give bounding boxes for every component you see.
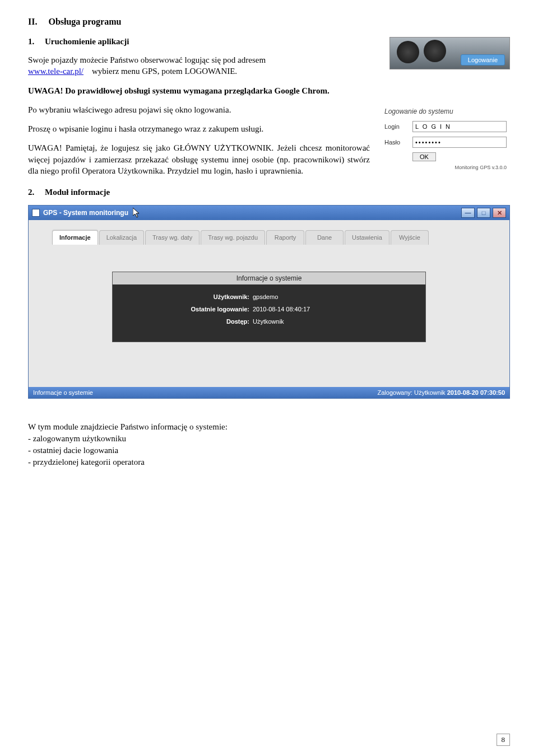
footer-intro: W tym module znajdziecie Państwo informa… xyxy=(28,421,510,433)
panel-title: Informacje o systemie xyxy=(113,272,425,284)
tab-informacje[interactable]: Informacje xyxy=(52,230,98,245)
info-panel: Informacje o systemie Użytkownik: gpsdem… xyxy=(112,272,426,342)
password-input[interactable] xyxy=(412,137,507,148)
subsection-heading: 1. Uruchomienie aplikacji xyxy=(28,37,378,46)
maximize-button[interactable]: □ xyxy=(477,208,490,218)
paragraph: Proszę o wpisanie loginu i hasła otrzyma… xyxy=(28,123,370,134)
subsection-number: 1. xyxy=(28,37,34,46)
login-form: Logowanie do systemu Login Hasło OK Moni… xyxy=(381,104,510,172)
footer-item: - przydzielonej kategorii operatora xyxy=(28,456,510,468)
titlebar: GPS - System monitoringu — □ ✕ xyxy=(29,206,509,220)
tab-wyjscie[interactable]: Wyjście xyxy=(391,230,429,245)
svg-marker-0 xyxy=(133,208,139,217)
tab-lokalizacja[interactable]: Lokalizacja xyxy=(99,230,144,245)
subsection-title: Uruchomienie aplikacji xyxy=(45,37,129,46)
info-label: Użytkownik: xyxy=(113,293,253,300)
tab-trasy-daty[interactable]: Trasy wg. daty xyxy=(145,230,200,245)
paragraph: UWAGA! Pamiętaj, że logujesz się jako GŁ… xyxy=(28,142,370,176)
info-row-user: Użytkownik: gpsdemo xyxy=(113,293,425,300)
footer-item: - ostatniej dacie logowania xyxy=(28,445,510,456)
subsection-heading: 2. Moduł informacje xyxy=(28,188,510,197)
tab-trasy-pojazdu[interactable]: Trasy wg. pojazdu xyxy=(201,230,265,245)
status-right: Zalogowany: Użytkownik 2010-08-20 07:30:… xyxy=(378,389,505,396)
cursor-icon xyxy=(133,208,141,218)
footer-item: - zalogowanym użytkowniku xyxy=(28,433,510,445)
info-value: gpsdemo xyxy=(253,293,278,300)
section-title: Obsługa programu xyxy=(48,17,121,26)
page-number: 8 xyxy=(497,734,511,746)
tab-dane[interactable]: Dane xyxy=(305,230,344,245)
app-window: GPS - System monitoringu — □ ✕ Informacj… xyxy=(28,205,510,399)
tab-bar: Informacje Lokalizacja Trasy wg. daty Tr… xyxy=(52,230,503,245)
paragraph: Swoje pojazdy możecie Państwo obserwować… xyxy=(28,54,378,77)
status-time: 2010-08-20 07:30:50 xyxy=(447,389,505,396)
footer-text: W tym module znajdziecie Państwo informa… xyxy=(28,421,510,468)
section-heading: II. Obsługa programu xyxy=(28,17,510,27)
status-label: Zalogowany: xyxy=(378,389,412,396)
window-title: GPS - System monitoringu xyxy=(43,209,128,217)
tab-ustawienia[interactable]: Ustawienia xyxy=(345,230,389,245)
info-label: Ostatnie logowanie: xyxy=(113,306,253,312)
text: wybierz menu GPS, potem LOGOWANIE. xyxy=(92,67,237,76)
minimize-button[interactable]: — xyxy=(461,208,475,218)
warning-paragraph: UWAGA! Do prawidłowej obsługi systemu wy… xyxy=(28,85,510,96)
banner-login-button[interactable]: Logowanie xyxy=(461,54,505,66)
version-text: Monitoring GPS v.3.0.0 xyxy=(384,165,507,170)
tab-raporty[interactable]: Raporty xyxy=(266,230,304,245)
login-label: Login xyxy=(384,123,412,130)
info-row-access: Dostęp: Użytkownik xyxy=(113,318,425,325)
login-title: Logowanie do systemu xyxy=(384,108,507,115)
subsection-title: Moduł informacje xyxy=(45,188,110,197)
section-number: II. xyxy=(28,17,37,26)
app-icon xyxy=(32,209,40,217)
password-label: Hasło xyxy=(384,139,412,146)
info-row-last-login: Ostatnie logowanie: 2010-08-14 08:40:17 xyxy=(113,306,425,312)
website-link[interactable]: www.tele-car.pl/ xyxy=(28,67,84,76)
info-value: 2010-08-14 08:40:17 xyxy=(253,306,310,312)
ok-button[interactable]: OK xyxy=(412,152,436,161)
login-input[interactable] xyxy=(412,121,507,132)
info-label: Dostęp: xyxy=(113,318,253,325)
banner-image: Logowanie xyxy=(389,37,510,69)
status-bar: Informacje o systemie Zalogowany: Użytko… xyxy=(29,387,509,398)
close-button[interactable]: ✕ xyxy=(493,208,506,218)
text: Swoje pojazdy możecie Państwo obserwować… xyxy=(28,55,266,64)
status-left: Informacje o systemie xyxy=(33,389,378,396)
subsection-number: 2. xyxy=(28,188,34,197)
paragraph: Po wybraniu właściwego adresu pojawi się… xyxy=(28,104,370,115)
info-value: Użytkownik xyxy=(253,318,284,325)
status-role: Użytkownik xyxy=(414,389,446,396)
